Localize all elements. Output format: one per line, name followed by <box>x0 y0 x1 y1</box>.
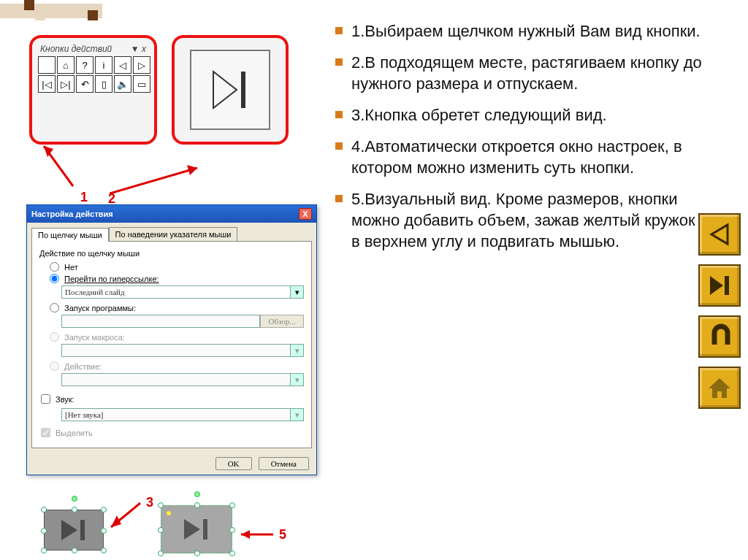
svg-rect-12 <box>725 276 729 295</box>
next-skip-icon <box>178 515 215 544</box>
toolbar-btn-last-icon[interactable]: ▷| <box>57 75 75 93</box>
bevel-adjust-handle[interactable] <box>166 510 172 516</box>
annotation-5: 5 <box>279 527 286 542</box>
nav-button-samples <box>698 213 741 409</box>
svg-marker-7 <box>111 515 121 527</box>
svg-rect-15 <box>717 391 722 398</box>
cancel-button[interactable]: Отмена <box>259 457 309 470</box>
nav-home-button[interactable] <box>698 367 741 409</box>
toolbar-btn-empty-icon[interactable] <box>38 56 56 74</box>
hyperlink-combo[interactable] <box>61 285 291 299</box>
prev-icon <box>707 222 732 247</box>
nav-prev-button[interactable] <box>698 213 741 256</box>
dialog-titlebar[interactable]: Настройка действия X <box>27 205 316 223</box>
list-item: 5.Визуальный вид. Кроме размеров, кнопки… <box>332 188 705 252</box>
nav-return-button[interactable] <box>698 315 741 358</box>
button-preview-frame <box>190 50 270 130</box>
svg-rect-17 <box>80 520 85 540</box>
toolbar-grid: ⌂ ? i ◁ ▷ |◁ ▷| ↶ ▯ 🔈 ▭ <box>38 56 148 93</box>
chevron-down-icon: ▾ <box>291 344 304 357</box>
svg-rect-1 <box>241 72 245 108</box>
placed-button-sample-2[interactable] <box>161 505 232 553</box>
radio-macro-label: Запуск макроса: <box>64 333 125 342</box>
placed-button-sample-1[interactable] <box>44 510 104 551</box>
macro-combo <box>61 344 291 357</box>
ok-button[interactable]: OK <box>215 457 252 470</box>
radio-none-label: Нет <box>64 263 78 272</box>
checkbox-highlight-label: Выделить <box>56 429 93 437</box>
chevron-down-icon: ▾ <box>291 408 304 421</box>
svg-marker-9 <box>241 530 250 539</box>
toolbar-btn-first-icon[interactable]: |◁ <box>38 75 56 93</box>
list-item: 4.Автоматически откроется окно настроек,… <box>332 136 705 178</box>
run-program-field <box>61 315 260 328</box>
svg-marker-18 <box>184 519 200 540</box>
toolbar-btn-info-icon[interactable]: i <box>95 56 112 74</box>
tab-on-hover[interactable]: По наведении указателя мыши <box>109 227 238 241</box>
next-skip-icon <box>205 64 256 115</box>
arrow-5-icon <box>235 526 279 543</box>
action-settings-dialog: Настройка действия X По щелчку мыши По н… <box>26 204 317 475</box>
checkbox-highlight <box>41 428 50 437</box>
last-icon <box>707 273 732 298</box>
toolbar-btn-movie-icon[interactable]: ▭ <box>133 75 150 93</box>
toolbar-btn-home-icon[interactable]: ⌂ <box>57 56 75 74</box>
next-skip-icon <box>57 517 91 543</box>
chevron-down-icon: ▾ <box>291 373 304 386</box>
nav-last-button[interactable] <box>698 264 741 307</box>
dialog-body: Действие по щелчку мыши Нет Перейти по г… <box>31 241 312 448</box>
chevron-down-icon[interactable]: ▾ <box>291 285 304 299</box>
action-buttons-toolbar: Кнопки действий ▼ x ⌂ ? i ◁ ▷ |◁ ▷| ↶ ▯ … <box>29 35 157 145</box>
toolbar-btn-help-icon[interactable]: ? <box>76 56 94 74</box>
arrow-3-icon <box>104 499 148 536</box>
radio-hyperlink-label: Перейти по гиперссылке: <box>64 275 159 283</box>
home-icon <box>706 374 733 402</box>
radio-action-label: Действие: <box>64 362 102 371</box>
radio-action <box>50 361 59 371</box>
list-item: 3.Кнопка обретет следующий вид. <box>332 104 705 126</box>
sound-combo <box>61 408 291 421</box>
toolbar-btn-next-icon[interactable]: ▷ <box>133 56 150 74</box>
radio-none[interactable] <box>50 262 59 272</box>
toolbar-title: Кнопки действий <box>40 45 112 53</box>
svg-marker-13 <box>709 378 730 388</box>
group-label: Действие по щелчку мыши <box>39 249 304 258</box>
close-icon[interactable]: X <box>299 208 312 220</box>
dialog-title: Настройка действия <box>31 210 113 218</box>
toolbar-btn-prev-icon[interactable]: ◁ <box>114 56 131 74</box>
annotation-1: 1 <box>80 190 88 205</box>
toolbar-btn-sound-icon[interactable]: 🔈 <box>114 75 131 93</box>
radio-hyperlink[interactable] <box>50 274 59 283</box>
radio-macro <box>50 332 59 342</box>
toolbar-window-controls[interactable]: ▼ x <box>131 45 146 53</box>
radio-run-program-label: Запуск программы: <box>64 304 136 312</box>
svg-line-4 <box>110 168 197 193</box>
u-turn-icon <box>706 323 733 350</box>
toolbar-btn-document-icon[interactable]: ▯ <box>95 75 112 93</box>
list-item: 1.Выбираем щелчком нужный Вам вид кнопки… <box>332 20 705 42</box>
annotation-3: 3 <box>146 495 153 510</box>
svg-marker-11 <box>710 276 723 295</box>
svg-rect-19 <box>203 519 207 540</box>
button-preview-panel <box>172 35 289 145</box>
toolbar-btn-return-icon[interactable]: ↶ <box>76 75 94 93</box>
browse-button: Обзор... <box>260 315 304 328</box>
svg-marker-0 <box>213 72 237 108</box>
instructions-list: 1.Выбираем щелчком нужный Вам вид кнопки… <box>332 20 705 262</box>
list-item: 2.В подходящем месте, растягиваем кнопку… <box>332 52 705 94</box>
tab-on-click[interactable]: По щелчку мыши <box>31 228 109 242</box>
svg-marker-5 <box>187 165 197 175</box>
svg-marker-10 <box>711 225 728 244</box>
arrow-1-icon <box>33 139 84 197</box>
checkbox-sound-label: Звук: <box>56 395 75 404</box>
action-combo <box>61 373 291 386</box>
radio-run-program[interactable] <box>50 303 59 312</box>
arrow-2-icon <box>110 161 205 204</box>
svg-marker-16 <box>61 520 77 540</box>
checkbox-sound[interactable] <box>41 394 50 404</box>
